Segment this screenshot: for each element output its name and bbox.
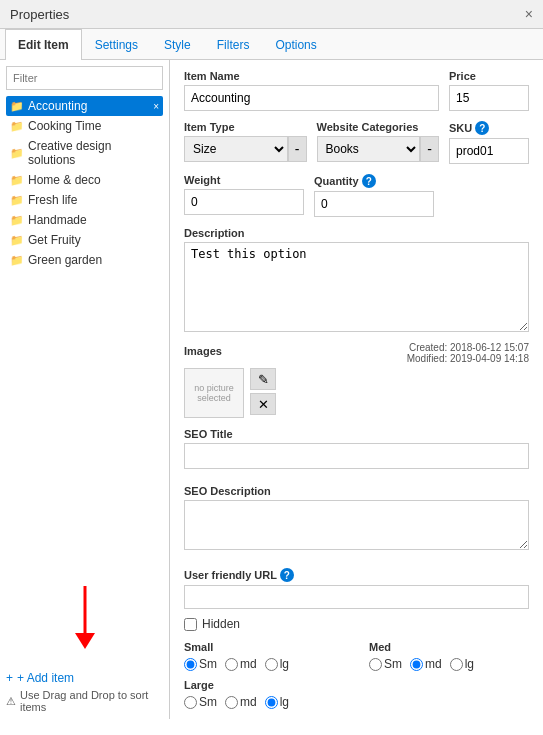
folder-icon: 📁 xyxy=(10,100,24,113)
filter-input[interactable] xyxy=(6,66,163,90)
left-bottom: + + Add item ⚠ Use Drag and Drop to sort… xyxy=(6,571,163,713)
med-md-item: md xyxy=(410,657,442,671)
tab-edit-item[interactable]: Edit Item xyxy=(5,29,82,60)
url-input[interactable] xyxy=(184,585,529,609)
price-input[interactable] xyxy=(449,85,529,111)
weight-qty-row: Weight Quantity ? xyxy=(184,174,529,217)
url-group: User friendly URL ? xyxy=(184,568,529,609)
hidden-label: Hidden xyxy=(202,617,240,631)
website-cat-select[interactable]: Books xyxy=(317,136,421,162)
description-label: Description xyxy=(184,227,529,239)
folder-icon: 📁 xyxy=(10,214,24,227)
seo-desc-textarea[interactable] xyxy=(184,500,529,550)
website-cat-label: Website Categories xyxy=(317,121,440,133)
warning-icon: ⚠ xyxy=(6,695,16,708)
small-radio-group: Sm md lg xyxy=(184,657,289,671)
small-md-radio[interactable] xyxy=(225,658,238,671)
item-name-price-row: Item Name Price xyxy=(184,70,529,111)
folder-icon: 📁 xyxy=(10,174,24,187)
small-sm-item: Sm xyxy=(184,657,217,671)
quantity-input[interactable] xyxy=(314,191,434,217)
small-radio-section: Small Sm md lg xyxy=(184,641,529,671)
category-item-creative[interactable]: 📁 Creative design solutions xyxy=(6,136,163,170)
folder-icon: 📁 xyxy=(10,120,24,133)
sku-label: SKU ? xyxy=(449,121,529,135)
large-lg-radio[interactable] xyxy=(265,696,278,709)
description-group: Description Test this option xyxy=(184,227,529,332)
svg-marker-1 xyxy=(75,633,95,649)
weight-label: Weight xyxy=(184,174,304,186)
tab-settings[interactable]: Settings xyxy=(82,29,151,60)
sku-input[interactable] xyxy=(449,138,529,164)
category-item-home-deco[interactable]: 📁 Home & deco xyxy=(6,170,163,190)
med-lg-radio[interactable] xyxy=(450,658,463,671)
large-sm-radio[interactable] xyxy=(184,696,197,709)
image-box: no picture selected xyxy=(184,368,244,418)
price-group: Price xyxy=(449,70,529,111)
sku-help-icon[interactable]: ? xyxy=(475,121,489,135)
category-item-handmade[interactable]: 📁 Handmade xyxy=(6,210,163,230)
tab-style[interactable]: Style xyxy=(151,29,204,60)
image-edit-btn[interactable]: ✎ xyxy=(250,368,276,390)
item-name-label: Item Name xyxy=(184,70,439,82)
tab-options[interactable]: Options xyxy=(262,29,329,60)
seo-title-input[interactable] xyxy=(184,443,529,469)
med-sm-item: Sm xyxy=(369,657,402,671)
images-section: Images Created: 2018-06-12 15:07 Modifie… xyxy=(184,342,529,418)
close-button[interactable]: × xyxy=(525,6,533,22)
window-header: Properties × xyxy=(0,0,543,29)
item-name-group: Item Name xyxy=(184,70,439,111)
images-label: Images xyxy=(184,345,222,357)
item-type-select-wrap: Size - xyxy=(184,136,307,162)
folder-icon: 📁 xyxy=(10,194,24,207)
tab-filters[interactable]: Filters xyxy=(204,29,263,60)
down-arrow-icon xyxy=(55,581,115,661)
item-type-select[interactable]: Size xyxy=(184,136,288,162)
plus-icon: + xyxy=(6,671,13,685)
category-remove-btn[interactable]: × xyxy=(153,101,159,112)
large-md-radio[interactable] xyxy=(225,696,238,709)
item-name-input[interactable] xyxy=(184,85,439,111)
website-cat-select-wrap: Books - xyxy=(317,136,440,162)
category-item-get-fruity[interactable]: 📁 Get Fruity xyxy=(6,230,163,250)
images-created: Created: 2018-06-12 15:07 xyxy=(407,342,529,353)
folder-icon: 📁 xyxy=(10,147,24,160)
description-textarea[interactable]: Test this option xyxy=(184,242,529,332)
category-item-accounting[interactable]: 📁 Accounting × xyxy=(6,96,163,116)
hidden-checkbox[interactable] xyxy=(184,618,197,631)
seo-desc-group: SEO Description xyxy=(184,485,529,560)
weight-input[interactable] xyxy=(184,189,304,215)
category-item-fresh-life[interactable]: 📁 Fresh life xyxy=(6,190,163,210)
med-md-radio[interactable] xyxy=(410,658,423,671)
image-delete-btn[interactable]: ✕ xyxy=(250,393,276,415)
folder-icon: 📁 xyxy=(10,234,24,247)
small-lg-radio[interactable] xyxy=(265,658,278,671)
med-group: Med Sm md lg xyxy=(369,641,474,671)
hidden-row: Hidden xyxy=(184,617,529,631)
add-item-button[interactable]: + + Add item xyxy=(6,671,163,685)
large-sm-item: Sm xyxy=(184,695,217,709)
website-cat-minus-btn[interactable]: - xyxy=(420,136,439,162)
image-buttons: ✎ ✕ xyxy=(250,368,276,415)
item-type-label: Item Type xyxy=(184,121,307,133)
quantity-help-icon[interactable]: ? xyxy=(362,174,376,188)
images-modified: Modified: 2019-04-09 14:18 xyxy=(407,353,529,364)
right-panel: Item Name Price Item Type Size - Websi xyxy=(170,60,543,719)
large-radio-section: Large Sm md lg xyxy=(184,679,529,709)
item-type-minus-btn[interactable]: - xyxy=(288,136,307,162)
med-radio-group: Sm md lg xyxy=(369,657,474,671)
category-item-green-garden[interactable]: 📁 Green garden xyxy=(6,250,163,270)
category-item-cooking-time[interactable]: 📁 Cooking Time xyxy=(6,116,163,136)
price-label: Price xyxy=(449,70,529,82)
url-help-icon[interactable]: ? xyxy=(280,568,294,582)
folder-icon: 📁 xyxy=(10,254,24,267)
med-lg-item: lg xyxy=(450,657,474,671)
quantity-group: Quantity ? xyxy=(314,174,434,217)
type-cat-sku-row: Item Type Size - Website Categories Book… xyxy=(184,121,529,164)
tabs-bar: Edit Item Settings Style Filters Options xyxy=(0,29,543,60)
small-sm-radio[interactable] xyxy=(184,658,197,671)
small-label: Small xyxy=(184,641,289,653)
url-label: User friendly URL ? xyxy=(184,568,529,582)
large-lg-item: lg xyxy=(265,695,289,709)
med-sm-radio[interactable] xyxy=(369,658,382,671)
